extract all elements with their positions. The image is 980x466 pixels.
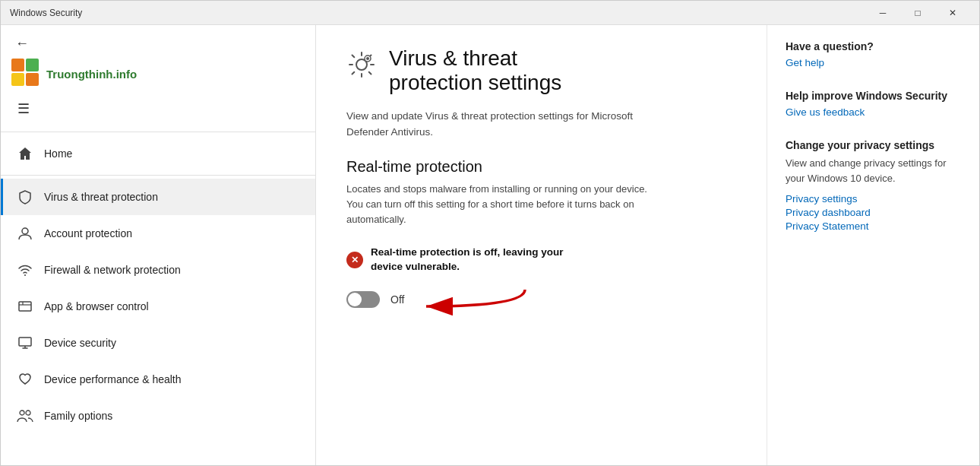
heart-icon [17, 371, 33, 388]
sidebar-item-device-health-label: Device performance & health [44, 373, 182, 385]
sidebar-item-browser[interactable]: App & browser control [1, 288, 315, 325]
home-icon [17, 145, 33, 162]
page-title-block: Virus & threat protection settings [389, 46, 561, 95]
sidebar-item-firewall-label: Firewall & network protection [44, 264, 181, 276]
app-body: ← Truongthinh.info ☰ [1, 25, 979, 465]
privacy-statement-link[interactable]: Privacy Statement [786, 220, 961, 232]
sidebar-divider [1, 132, 315, 132]
improve-title: Help improve Windows Security [786, 90, 961, 102]
logo-icon [11, 59, 42, 89]
page-subtitle: View and update Virus & threat protectio… [346, 109, 665, 140]
svg-point-8 [20, 411, 24, 415]
close-button[interactable]: ✕ [935, 1, 970, 25]
minimize-button[interactable]: ─ [865, 1, 900, 25]
get-help-link[interactable]: Get help [786, 57, 961, 68]
help-title: Have a question? [786, 40, 961, 52]
sidebar-item-device-health[interactable]: Device performance & health [1, 361, 315, 398]
page-header: Virus & threat protection settings [346, 46, 742, 95]
window-title: Windows Security [10, 8, 865, 18]
main-window: Windows Security ─ □ ✕ ← [0, 0, 980, 466]
sidebar-item-device-security[interactable]: Device security [1, 325, 315, 361]
logo-cell-bl [11, 73, 24, 86]
family-icon [17, 407, 33, 424]
nav-divider-1 [1, 175, 315, 176]
svg-point-1 [24, 274, 26, 276]
error-icon [346, 252, 363, 268]
browser-icon [17, 298, 33, 315]
section-desc: Locates and stops malware from installin… [346, 182, 665, 227]
privacy-dashboard-link[interactable]: Privacy dashboard [786, 207, 961, 218]
maximize-button[interactable]: □ [900, 1, 935, 25]
feedback-link[interactable]: Give us feedback [786, 106, 961, 118]
svg-rect-2 [19, 302, 31, 311]
sidebar-item-home-label: Home [44, 147, 72, 160]
shield-icon [17, 189, 33, 205]
right-panel: Have a question? Get help Help improve W… [767, 25, 979, 465]
monitor-icon [17, 334, 33, 351]
sidebar: ← Truongthinh.info ☰ [1, 25, 316, 465]
logo-cell-tr [26, 59, 39, 71]
warning-text: Real-time protection is off, leaving you… [371, 246, 564, 274]
privacy-title: Change your privacy settings [786, 139, 961, 151]
sidebar-item-firewall[interactable]: Firewall & network protection [1, 252, 315, 288]
section-title: Real-time protection [346, 158, 742, 176]
logo-text: Truongthinh.info [46, 68, 137, 81]
logo-cell-tl [11, 59, 24, 71]
warning-box: Real-time protection is off, leaving you… [346, 239, 742, 281]
realtime-section: Real-time protection Locates and stops m… [346, 158, 742, 308]
sidebar-item-browser-label: App & browser control [44, 300, 149, 312]
sidebar-item-device-security-label: Device security [44, 337, 116, 349]
back-button[interactable]: ← [11, 33, 33, 54]
sidebar-item-family[interactable]: Family options [1, 398, 315, 434]
sidebar-item-home[interactable]: Home [1, 135, 315, 172]
svg-point-9 [26, 411, 30, 415]
sidebar-item-family-label: Family options [44, 410, 112, 422]
sidebar-item-virus[interactable]: Virus & threat protection [1, 179, 315, 215]
toggle-container: Off [346, 291, 742, 308]
svg-point-11 [366, 57, 369, 60]
toggle-knob [348, 293, 362, 306]
red-arrow [381, 284, 533, 325]
titlebar: Windows Security ─ □ ✕ [1, 1, 979, 25]
realtime-protection-toggle[interactable] [346, 291, 380, 308]
hamburger-menu-button[interactable]: ☰ [11, 97, 36, 121]
window-controls: ─ □ ✕ [865, 1, 970, 25]
sidebar-item-account-label: Account protection [44, 227, 132, 239]
svg-rect-5 [19, 338, 31, 346]
privacy-section: Change your privacy settings View and ch… [786, 139, 961, 232]
privacy-desc: View and change privacy settings for you… [786, 156, 961, 185]
svg-point-0 [22, 228, 28, 234]
person-icon [17, 225, 33, 242]
sidebar-header: ← Truongthinh.info ☰ [1, 25, 315, 128]
sidebar-item-virus-label: Virus & threat protection [44, 191, 158, 203]
logo-cell-br [26, 73, 39, 86]
sidebar-logo: Truongthinh.info [11, 57, 305, 92]
wifi-icon [17, 262, 33, 278]
privacy-settings-link[interactable]: Privacy settings [786, 193, 961, 204]
improve-section: Help improve Windows Security Give us fe… [786, 90, 961, 118]
content-area: Virus & threat protection settings View … [316, 25, 767, 465]
sidebar-item-account[interactable]: Account protection [1, 215, 315, 252]
main-content: Virus & threat protection settings View … [316, 25, 979, 465]
settings-gear-icon [346, 49, 377, 85]
page-title: Virus & threat protection settings [389, 46, 561, 95]
help-section: Have a question? Get help [786, 40, 961, 68]
